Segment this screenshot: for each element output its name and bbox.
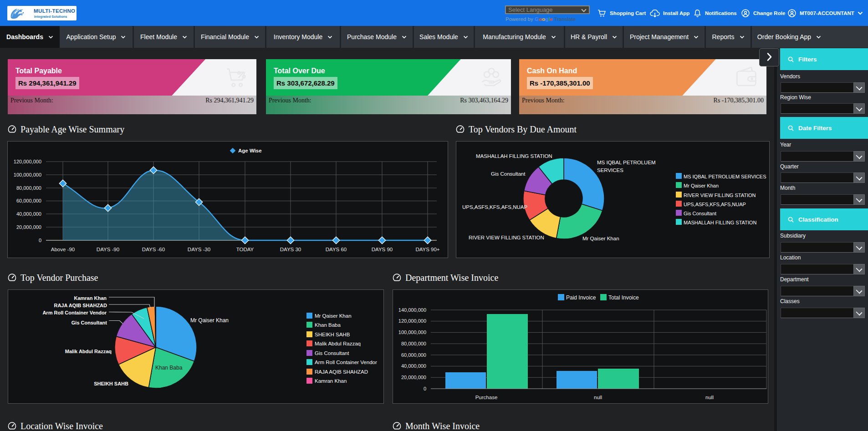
svg-text:Mr Qaiser Khan: Mr Qaiser Khan: [582, 236, 619, 241]
svg-text:DAYS -60: DAYS -60: [142, 247, 165, 252]
svg-text:null: null: [594, 395, 602, 400]
svg-text:120,000,000: 120,000,000: [14, 159, 41, 164]
svg-text:40,000,000: 40,000,000: [16, 211, 41, 217]
svg-text:UPS,ASFS,KFS,AFS,NUAP: UPS,ASFS,KFS,AFS,NUAP: [462, 204, 527, 210]
svg-text:Kamran Khan: Kamran Khan: [315, 378, 347, 384]
svg-text:Mr Qaiser Khan: Mr Qaiser Khan: [190, 317, 229, 324]
svg-text:Malik Abdul Razzaq: Malik Abdul Razzaq: [315, 341, 361, 346]
svg-text:Malik Abdul Razzaq: Malik Abdul Razzaq: [65, 349, 112, 354]
svg-text:DAYS -90: DAYS -90: [97, 247, 119, 252]
svg-text:Gis Consultant: Gis Consultant: [491, 171, 526, 177]
svg-text:100,000,000: 100,000,000: [14, 172, 41, 177]
svg-text:SHEIKH SAHB: SHEIKH SAHB: [94, 381, 128, 386]
svg-text:Mr Qaiser Khan: Mr Qaiser Khan: [684, 183, 719, 188]
svg-text:Above -90: Above -90: [51, 247, 75, 252]
svg-text:RAJA AQIB SHAHZAD: RAJA AQIB SHAHZAD: [315, 369, 368, 375]
svg-text:DAYS -30: DAYS -30: [188, 247, 210, 252]
svg-text:RIVER VIEW FILLING STATION: RIVER VIEW FILLING STATION: [684, 193, 756, 198]
svg-text:Gis Consultant: Gis Consultant: [684, 211, 716, 216]
svg-text:TODAY: TODAY: [236, 247, 254, 252]
svg-text:Arm Roll Container Vendor: Arm Roll Container Vendor: [42, 310, 107, 315]
svg-text:100,000,000: 100,000,000: [398, 330, 426, 335]
svg-text:SHEIKH SAHB: SHEIKH SAHB: [315, 332, 350, 337]
svg-text:SERVICES: SERVICES: [597, 167, 623, 173]
svg-text:Total Invoice: Total Invoice: [608, 294, 639, 301]
svg-text:60,000,000: 60,000,000: [16, 198, 41, 203]
svg-text:MASHALLAH FILLING STATION: MASHALLAH FILLING STATION: [684, 220, 756, 225]
svg-text:Khan Baba: Khan Baba: [315, 322, 341, 328]
svg-text:Gis Consultant: Gis Consultant: [71, 320, 107, 325]
svg-text:Kamran Khan: Kamran Khan: [74, 295, 107, 301]
svg-text:MASHALLAH FILLING STATION: MASHALLAH FILLING STATION: [476, 153, 552, 159]
svg-text:Age Wise: Age Wise: [238, 148, 262, 153]
svg-text:20,000,000: 20,000,000: [401, 375, 426, 380]
svg-text:Gis Consultant: Gis Consultant: [315, 350, 349, 356]
svg-text:Mr Qaiser Khan: Mr Qaiser Khan: [315, 313, 352, 319]
svg-text:MS IQBAL PETROLUEM: MS IQBAL PETROLUEM: [597, 160, 656, 165]
svg-text:120,000,000: 120,000,000: [398, 318, 426, 324]
svg-text:Paid Invoice: Paid Invoice: [566, 294, 596, 301]
svg-text:60,000,000: 60,000,000: [401, 352, 426, 358]
svg-text:0: 0: [424, 386, 426, 391]
svg-text:RAJA AQIB SHAHZAD: RAJA AQIB SHAHZAD: [54, 303, 107, 308]
svg-text:DAYS 90: DAYS 90: [372, 247, 393, 252]
svg-text:DAYS 30: DAYS 30: [280, 247, 301, 252]
svg-text:DAYS 90+: DAYS 90+: [415, 247, 439, 252]
svg-text:80,000,000: 80,000,000: [16, 185, 41, 191]
svg-text:140,000,000: 140,000,000: [398, 307, 426, 313]
svg-text:20,000,000: 20,000,000: [16, 224, 41, 230]
svg-text:null: null: [705, 395, 714, 400]
svg-text:UPS,ASFS,KFS,AFS,NUAP: UPS,ASFS,KFS,AFS,NUAP: [684, 202, 746, 207]
svg-text:80,000,000: 80,000,000: [401, 341, 426, 346]
svg-text:DAYS 60: DAYS 60: [326, 247, 347, 252]
svg-text:40,000,000: 40,000,000: [401, 363, 426, 369]
svg-text:MS IQBAL PETROLUEM SERVICES: MS IQBAL PETROLUEM SERVICES: [684, 174, 766, 179]
svg-text:RIVER VIEW FILLING STATION: RIVER VIEW FILLING STATION: [469, 235, 544, 240]
svg-text:Arm Roll Container Vendor: Arm Roll Container Vendor: [315, 360, 377, 365]
svg-text:Purchase: Purchase: [475, 395, 498, 400]
svg-text:Khan Baba: Khan Baba: [155, 365, 183, 371]
svg-text:0: 0: [39, 238, 41, 243]
